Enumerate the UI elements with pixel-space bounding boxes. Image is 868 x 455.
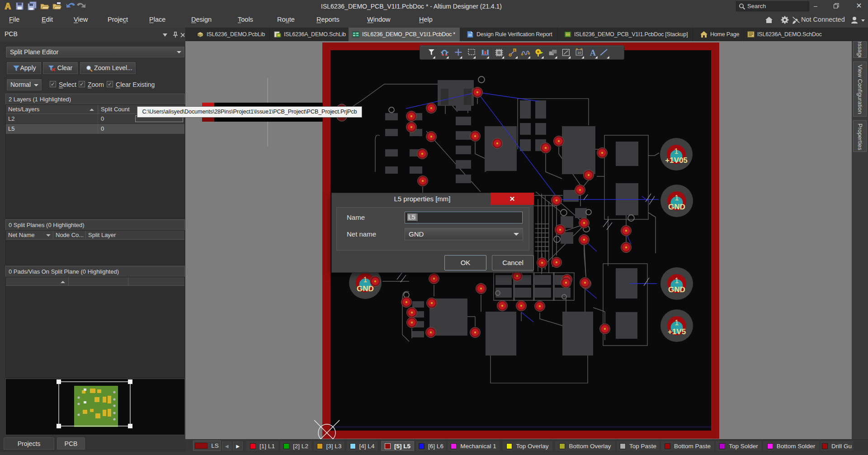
svg-text:A: A: [590, 48, 596, 57]
svg-text:+1V5: +1V5: [668, 327, 686, 336]
svg-text:GND: GND: [668, 203, 685, 211]
svg-text:1: 1: [675, 277, 679, 284]
svg-text:+1V05: +1V05: [665, 156, 688, 165]
svg-text:1: 1: [675, 147, 679, 155]
svg-text:1: 1: [675, 319, 679, 327]
svg-text:1: 1: [363, 276, 368, 284]
svg-text:1: 1: [675, 194, 679, 202]
svg-text:GND: GND: [357, 284, 374, 293]
svg-text:10: 10: [577, 51, 581, 55]
svg-text:GND: GND: [668, 285, 685, 294]
